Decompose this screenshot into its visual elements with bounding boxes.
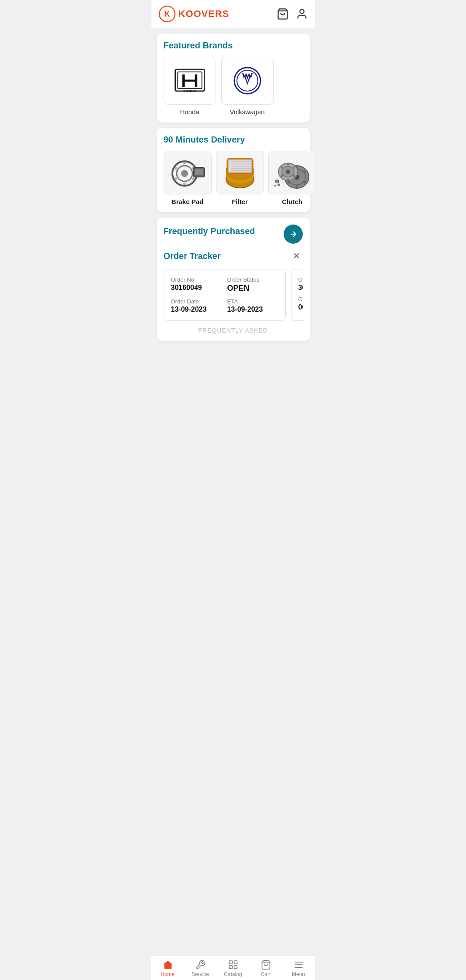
order-eta-label: ETA <box>227 298 278 305</box>
logo[interactable]: K KOOVERS <box>158 5 230 23</box>
order-tracker-title: Order Tracker <box>164 251 221 261</box>
brand-item-honda[interactable]: HONDA Honda <box>164 57 216 116</box>
svg-point-42 <box>288 181 290 184</box>
order-grid-1: Order No 30160049 Order Status OPEN Orde… <box>171 276 278 313</box>
order-no-value-2: 30158... <box>298 284 303 292</box>
header-actions <box>277 8 308 20</box>
svg-point-41 <box>295 185 298 188</box>
svg-point-52 <box>281 167 283 169</box>
bottom-nav: Home Service Catalog Cart M <box>151 956 315 980</box>
svg-text:K: K <box>164 10 170 18</box>
order-card-2: Order 30158... Order 06-09-... <box>291 269 303 321</box>
svg-rect-56 <box>166 965 169 969</box>
nav-catalog-label: Catalog <box>224 971 242 977</box>
svg-point-16 <box>181 170 188 177</box>
clutch-img-box <box>268 151 315 194</box>
svg-point-49 <box>293 175 295 177</box>
svg-rect-24 <box>195 169 203 175</box>
delivery-section: 90 Minutes Delivery <box>157 128 310 212</box>
nav-item-catalog[interactable]: Catalog <box>220 960 246 977</box>
freq-purchased-header: Frequently Purchased <box>164 225 303 244</box>
svg-point-51 <box>281 175 283 177</box>
vw-logo-svg <box>233 67 261 95</box>
cart-nav-icon <box>260 960 271 970</box>
delivery-title: 90 Minutes Delivery <box>164 135 303 145</box>
order-no-field-2: Order 30158... <box>298 276 303 292</box>
nav-item-home[interactable]: Home <box>154 960 181 977</box>
menu-icon <box>293 960 304 970</box>
main-content: Featured Brands HONDA <box>151 28 315 376</box>
service-icon <box>195 960 206 970</box>
frequently-purchased-section: Frequently Purchased Order Tracker ✕ Ord… <box>157 218 310 341</box>
order-tracker-header: Order Tracker ✕ <box>164 250 303 262</box>
delivery-grid: Brake Pad <box>164 151 303 205</box>
freq-purchased-title: Frequently Purchased <box>164 226 255 236</box>
svg-point-55 <box>274 185 276 187</box>
order-date-value: 13-09-2023 <box>171 306 222 313</box>
svg-point-11 <box>237 70 258 91</box>
honda-logo-box: HONDA <box>164 57 216 105</box>
svg-point-39 <box>303 170 306 173</box>
honda-brand-name: Honda <box>180 108 199 116</box>
featured-brands-section: Featured Brands HONDA <box>157 34 310 122</box>
nav-item-cart[interactable]: Cart <box>253 960 279 977</box>
svg-rect-60 <box>234 966 237 969</box>
svg-point-53 <box>275 180 279 183</box>
featured-brands-title: Featured Brands <box>164 41 303 51</box>
app-header: K KOOVERS <box>151 0 315 28</box>
nav-home-label: Home <box>161 971 175 977</box>
svg-text:HONDA: HONDA <box>182 89 197 93</box>
home-icon <box>162 960 173 970</box>
vw-brand-name: Volkswagen <box>230 108 264 116</box>
brakepad-svg <box>168 155 207 190</box>
svg-point-3 <box>300 10 304 14</box>
filter-img-box <box>216 151 264 194</box>
order-date-field: Order Date 13-09-2023 <box>171 298 222 313</box>
order-no-label: Order No <box>171 276 222 283</box>
svg-point-50 <box>287 179 289 181</box>
svg-point-47 <box>287 163 289 165</box>
order-no-field: Order No 30160049 <box>171 276 222 293</box>
nav-menu-label: Menu <box>292 971 305 977</box>
svg-point-17 <box>183 162 186 164</box>
svg-point-20 <box>183 183 186 185</box>
svg-point-48 <box>293 167 295 169</box>
vw-logo-box <box>221 57 274 105</box>
svg-point-46 <box>286 170 290 174</box>
freq-purchased-arrow[interactable] <box>284 225 303 244</box>
clutch-svg <box>273 155 312 190</box>
logo-text: KOOVERS <box>178 8 230 20</box>
delivery-item-brakepad[interactable]: Brake Pad <box>164 151 212 205</box>
nav-item-service[interactable]: Service <box>187 960 213 977</box>
arrow-right-icon <box>289 230 298 238</box>
nav-item-menu[interactable]: Menu <box>285 960 312 977</box>
order-date-label: Order Date <box>171 298 222 305</box>
cart-icon[interactable] <box>277 8 289 20</box>
order-tracker: Order Tracker ✕ Order No 30160049 Order … <box>164 250 303 321</box>
koovers-logo-icon: K <box>158 5 176 23</box>
user-icon[interactable] <box>296 8 308 20</box>
orders-scroll: Order No 30160049 Order Status OPEN Orde… <box>164 269 303 321</box>
order-date-value-2: 06-09-... <box>298 303 303 311</box>
order-eta-value: 13-09-2023 <box>227 306 278 313</box>
svg-point-21 <box>175 177 177 180</box>
svg-point-54 <box>278 184 280 186</box>
brand-item-vw[interactable]: Volkswagen <box>221 57 274 116</box>
nav-cart-label: Cart <box>261 971 271 977</box>
catalog-icon <box>228 960 238 970</box>
svg-rect-57 <box>229 961 232 964</box>
brakepad-label: Brake Pad <box>171 198 203 205</box>
order-tracker-close[interactable]: ✕ <box>291 250 303 262</box>
delivery-item-filter[interactable]: Filter <box>216 151 264 205</box>
brakepad-img-box <box>164 151 212 194</box>
svg-point-19 <box>192 177 195 180</box>
filter-svg <box>220 155 260 190</box>
brands-grid: HONDA Honda <box>164 57 303 116</box>
nav-service-label: Service <box>192 971 209 977</box>
order-date-field-2: Order 06-09-... <box>298 296 303 311</box>
svg-rect-58 <box>234 961 237 964</box>
delivery-item-clutch[interactable]: Clutch <box>268 151 315 205</box>
svg-point-40 <box>303 181 306 184</box>
partial-bottom-text: FREQUENTLY ASKED <box>164 327 303 334</box>
order-status-field: Order Status OPEN <box>227 276 278 293</box>
